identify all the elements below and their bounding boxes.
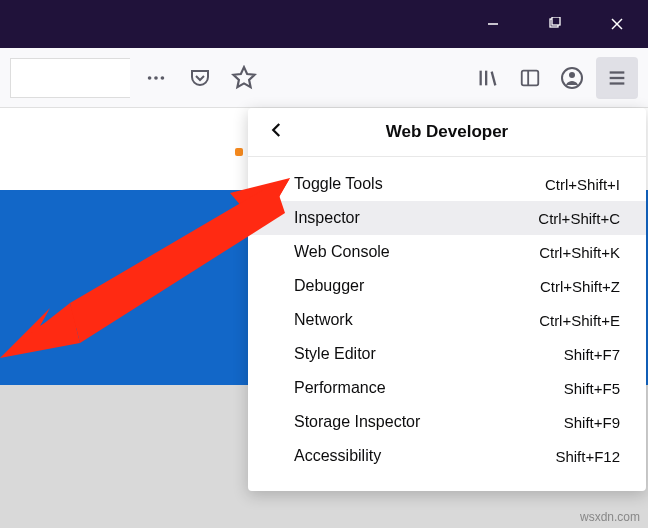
pocket-button[interactable] xyxy=(182,60,218,96)
menu-item-network[interactable]: Network Ctrl+Shift+E xyxy=(248,303,646,337)
menu-item-storage-inspector[interactable]: Storage Inspector Shift+F9 xyxy=(248,405,646,439)
pocket-icon xyxy=(188,66,212,90)
menu-item-label: Performance xyxy=(294,379,386,397)
address-bar-fragment[interactable] xyxy=(10,58,130,98)
svg-point-14 xyxy=(569,72,575,78)
menu-item-inspector[interactable]: Inspector Ctrl+Shift+C xyxy=(248,201,646,235)
svg-rect-2 xyxy=(552,17,560,25)
library-button[interactable] xyxy=(470,60,506,96)
menu-header: Web Developer xyxy=(248,108,646,157)
menu-item-shortcut: Shift+F12 xyxy=(555,448,620,465)
menu-item-label: Inspector xyxy=(294,209,360,227)
minimize-button[interactable] xyxy=(462,0,524,48)
menu-item-shortcut: Shift+F7 xyxy=(564,346,620,363)
bookmark-button[interactable] xyxy=(226,60,262,96)
minimize-icon xyxy=(486,17,500,31)
page-content: Web Developer Toggle Tools Ctrl+Shift+I … xyxy=(0,108,648,528)
maximize-button[interactable] xyxy=(524,0,586,48)
sidebar-icon xyxy=(519,67,541,89)
browser-toolbar xyxy=(0,48,648,108)
menu-item-style-editor[interactable]: Style Editor Shift+F7 xyxy=(248,337,646,371)
menu-item-shortcut: Ctrl+Shift+Z xyxy=(540,278,620,295)
menu-item-label: Toggle Tools xyxy=(294,175,383,193)
menu-back-button[interactable] xyxy=(268,121,286,143)
library-icon xyxy=(477,67,499,89)
window-controls xyxy=(462,0,648,48)
menu-item-debugger[interactable]: Debugger Ctrl+Shift+Z xyxy=(248,269,646,303)
page-accent-mark xyxy=(235,148,243,156)
watermark-text: wsxdn.com xyxy=(580,510,640,524)
maximize-icon xyxy=(548,17,562,31)
svg-point-5 xyxy=(148,76,152,80)
star-icon xyxy=(231,65,257,91)
account-button[interactable] xyxy=(554,60,590,96)
menu-item-shortcut: Ctrl+Shift+K xyxy=(539,244,620,261)
svg-point-6 xyxy=(154,76,158,80)
menu-item-accessibility[interactable]: Accessibility Shift+F12 xyxy=(248,439,646,473)
menu-item-label: Style Editor xyxy=(294,345,376,363)
close-icon xyxy=(609,16,625,32)
menu-item-web-console[interactable]: Web Console Ctrl+Shift+K xyxy=(248,235,646,269)
account-icon xyxy=(560,66,584,90)
menu-item-shortcut: Ctrl+Shift+I xyxy=(545,176,620,193)
toolbar-left-group xyxy=(10,58,262,98)
menu-items-list: Toggle Tools Ctrl+Shift+I Inspector Ctrl… xyxy=(248,157,646,491)
close-button[interactable] xyxy=(586,0,648,48)
menu-item-shortcut: Shift+F5 xyxy=(564,380,620,397)
svg-rect-11 xyxy=(522,70,539,85)
hamburger-icon xyxy=(606,67,628,89)
menu-item-performance[interactable]: Performance Shift+F5 xyxy=(248,371,646,405)
menu-item-toggle-tools[interactable]: Toggle Tools Ctrl+Shift+I xyxy=(248,167,646,201)
menu-item-shortcut: Ctrl+Shift+E xyxy=(539,312,620,329)
ellipsis-icon xyxy=(145,67,167,89)
svg-line-10 xyxy=(492,71,496,85)
menu-item-label: Debugger xyxy=(294,277,364,295)
web-developer-menu: Web Developer Toggle Tools Ctrl+Shift+I … xyxy=(248,108,646,491)
menu-item-label: Storage Inspector xyxy=(294,413,420,431)
menu-title: Web Developer xyxy=(264,122,630,142)
svg-point-7 xyxy=(161,76,165,80)
menu-item-label: Web Console xyxy=(294,243,390,261)
menu-item-shortcut: Ctrl+Shift+C xyxy=(538,210,620,227)
sidebar-button[interactable] xyxy=(512,60,548,96)
menu-item-label: Network xyxy=(294,311,353,329)
menu-item-label: Accessibility xyxy=(294,447,381,465)
page-actions-button[interactable] xyxy=(138,60,174,96)
toolbar-right-group xyxy=(470,57,638,99)
app-menu-button[interactable] xyxy=(596,57,638,99)
chevron-left-icon xyxy=(268,121,286,139)
menu-item-shortcut: Shift+F9 xyxy=(564,414,620,431)
window-titlebar xyxy=(0,0,648,48)
